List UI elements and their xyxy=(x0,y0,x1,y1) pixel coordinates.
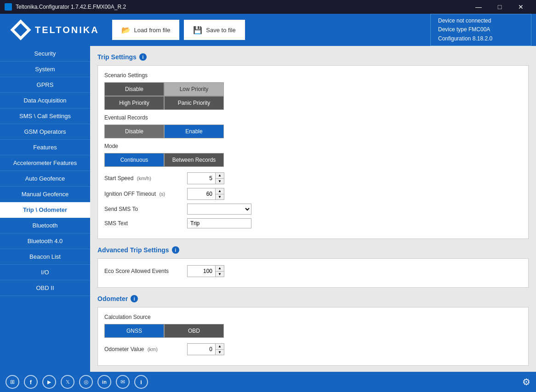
minimize-button[interactable]: — xyxy=(468,0,489,14)
mode-between-records-button[interactable]: Between Records xyxy=(164,153,224,167)
footer-icon-youtube[interactable]: ▶ xyxy=(42,375,56,389)
sidebar-item-data-acquisition[interactable]: Data Acquisition xyxy=(0,93,90,108)
sidebar-item-security[interactable]: Security xyxy=(0,46,90,62)
trip-settings-header: Trip Settings i xyxy=(97,53,529,61)
main-layout: Security System GPRS Data Acquisition SM… xyxy=(0,46,536,372)
load-from-file-button[interactable]: 📂 Load from file xyxy=(112,20,180,40)
scenario-low-priority-button[interactable]: Low Priority xyxy=(164,82,224,96)
odometer-value-label: Odometer Value (km) xyxy=(104,346,187,352)
sidebar-item-bluetooth40[interactable]: Bluetooth 4.0 xyxy=(0,233,90,249)
footer-icon-twitter[interactable]: 𝕏 xyxy=(61,375,74,389)
odometer-box: Calculation Source GNSS OBD Odometer Val… xyxy=(97,307,529,366)
start-speed-row: Start Speed (km/h) ▲ ▼ xyxy=(104,172,522,184)
eventual-records-label: Eventual Records xyxy=(104,114,522,121)
scenario-settings-label: Scenario Settings xyxy=(104,72,522,79)
scenario-settings-buttons: Disable Low Priority High Priority Panic… xyxy=(104,82,224,110)
maximize-button[interactable]: □ xyxy=(489,0,510,14)
obd-button[interactable]: OBD xyxy=(164,324,224,338)
start-speed-label: Start Speed (km/h) xyxy=(104,175,187,182)
footer-icon-chat[interactable]: ✉ xyxy=(116,375,130,389)
scenario-disable-button[interactable]: Disable xyxy=(104,82,164,96)
ignition-timeout-decrement[interactable]: ▼ xyxy=(216,194,224,199)
sidebar-item-sms-call[interactable]: SMS \ Call Settings xyxy=(0,108,90,124)
odometer-title: Odometer xyxy=(97,295,128,302)
sms-text-row: SMS Text xyxy=(104,218,522,228)
eco-score-input[interactable] xyxy=(188,267,215,276)
title-bar-controls: — □ ✕ xyxy=(468,0,531,14)
eco-score-increment[interactable]: ▲ xyxy=(216,266,224,271)
sidebar-item-beacon-list[interactable]: Beacon List xyxy=(0,249,90,265)
odometer-header: Odometer i xyxy=(97,295,529,302)
eco-score-spinner-btns: ▲ ▼ xyxy=(215,266,224,277)
start-speed-spinner: ▲ ▼ xyxy=(187,172,224,184)
sidebar-item-features[interactable]: Features xyxy=(0,140,90,155)
odometer-value-row: Odometer Value (km) ▲ ▼ xyxy=(104,343,522,355)
title-bar-text: Teltonika.Configurator 1.7.42.E.FMX00A_R… xyxy=(16,4,464,10)
odometer-info-icon[interactable]: i xyxy=(131,295,138,302)
footer-icon-info[interactable]: i xyxy=(134,375,148,389)
ignition-timeout-increment[interactable]: ▲ xyxy=(216,188,224,194)
ignition-timeout-spinner: ▲ ▼ xyxy=(187,188,224,200)
save-icon: 💾 xyxy=(193,26,202,34)
eco-score-row: Eco Score Allowed Events ▲ ▼ xyxy=(104,265,522,277)
footer-icon-home[interactable]: ⊞ xyxy=(6,375,19,389)
sidebar-item-auto-geofence[interactable]: Auto Geofence xyxy=(0,171,90,187)
sidebar-item-manual-geofence[interactable]: Manual Geofence xyxy=(0,187,90,202)
footer-icon-instagram[interactable]: ◎ xyxy=(79,375,93,389)
sidebar-item-obd[interactable]: OBD II xyxy=(0,280,90,296)
save-to-file-button[interactable]: 💾 Save to file xyxy=(184,20,245,40)
trip-settings-title: Trip Settings xyxy=(97,53,137,61)
footer-icon-linkedin[interactable]: in xyxy=(97,375,111,389)
odometer-section: Odometer i Calculation Source GNSS OBD O… xyxy=(97,295,529,366)
mode-buttons: Continuous Between Records xyxy=(104,153,224,167)
sidebar-item-gsm-operators[interactable]: GSM Operators xyxy=(0,124,90,140)
odometer-value-input[interactable] xyxy=(188,345,215,354)
trip-settings-section: Trip Settings i Scenario Settings Disabl… xyxy=(97,53,529,239)
logo-text: TELTONIKA xyxy=(35,25,99,35)
sidebar-item-system[interactable]: System xyxy=(0,62,90,77)
ignition-timeout-spinner-btns: ▲ ▼ xyxy=(215,188,224,199)
sidebar-item-bluetooth[interactable]: Bluetooth xyxy=(0,218,90,233)
advanced-trip-info-icon[interactable]: i xyxy=(172,246,179,254)
eventual-records-buttons: Disable Enable xyxy=(104,125,224,138)
ignition-timeout-input[interactable] xyxy=(188,189,215,199)
sidebar-item-gprs[interactable]: GPRS xyxy=(0,77,90,93)
advanced-trip-settings-box: Eco Score Allowed Events ▲ ▼ xyxy=(97,258,529,288)
start-speed-increment[interactable]: ▲ xyxy=(216,173,224,178)
eco-score-spinner: ▲ ▼ xyxy=(187,265,224,277)
sidebar-item-trip-odometer[interactable]: Trip \ Odometer xyxy=(0,202,90,218)
scenario-high-priority-button[interactable]: High Priority xyxy=(104,96,164,110)
eco-score-label: Eco Score Allowed Events xyxy=(104,268,187,274)
footer: ⊞ f ▶ 𝕏 ◎ in ✉ i ⚙ xyxy=(0,372,536,392)
mode-label: Mode xyxy=(104,143,522,149)
close-button[interactable]: ✕ xyxy=(510,0,531,14)
advanced-trip-settings-title: Advanced Trip Settings xyxy=(97,246,169,254)
footer-icon-facebook[interactable]: f xyxy=(24,375,38,389)
sidebar-item-accelerometer[interactable]: Accelerometer Features xyxy=(0,155,90,171)
advanced-trip-settings-section: Advanced Trip Settings i Eco Score Allow… xyxy=(97,246,529,288)
sms-text-input[interactable] xyxy=(187,218,251,228)
send-sms-to-row: Send SMS To xyxy=(104,204,522,215)
odometer-value-spinner: ▲ ▼ xyxy=(187,343,224,355)
trip-settings-info-icon[interactable]: i xyxy=(139,53,147,61)
eventual-records-enable-button[interactable]: Enable xyxy=(164,125,224,138)
send-sms-to-select[interactable] xyxy=(187,204,251,215)
trip-settings-box: Scenario Settings Disable Low Priority H… xyxy=(97,65,529,239)
footer-settings-icon[interactable]: ⚙ xyxy=(522,376,530,387)
send-sms-to-label: Send SMS To xyxy=(104,206,187,212)
start-speed-input[interactable] xyxy=(188,174,215,183)
ignition-timeout-label: Ignition OFF Timeout (s) xyxy=(104,191,187,197)
advanced-trip-settings-header: Advanced Trip Settings i xyxy=(97,246,529,254)
calculation-source-label: Calculation Source xyxy=(104,314,522,320)
eco-score-decrement[interactable]: ▼ xyxy=(216,271,224,277)
scenario-panic-priority-button[interactable]: Panic Priority xyxy=(164,96,224,110)
start-speed-decrement[interactable]: ▼ xyxy=(216,178,224,184)
eventual-records-disable-button[interactable]: Disable xyxy=(104,125,164,138)
odometer-value-decrement[interactable]: ▼ xyxy=(216,349,224,355)
sidebar-item-io[interactable]: I/O xyxy=(0,265,90,280)
odometer-value-increment[interactable]: ▲ xyxy=(216,344,224,349)
gnss-button[interactable]: GNSS xyxy=(104,324,164,338)
device-info: Device not connected Device type FMC00A … xyxy=(430,14,531,46)
title-bar: Teltonika.Configurator 1.7.42.E.FMX00A_R… xyxy=(0,0,536,14)
mode-continuous-button[interactable]: Continuous xyxy=(104,153,164,167)
